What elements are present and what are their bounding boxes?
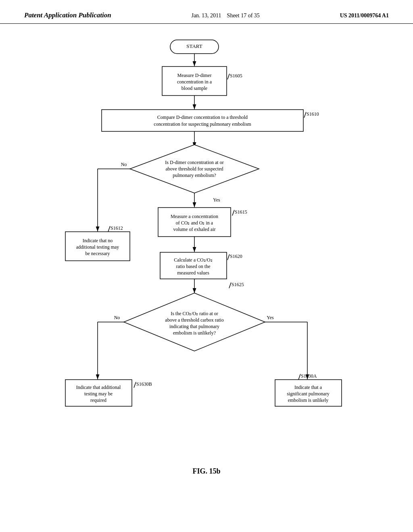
page-header: Patent Application Publication Jan. 13, … bbox=[0, 0, 413, 24]
s1612-step: S1612 bbox=[111, 225, 123, 231]
s1630a-text3: embolism is unlikely bbox=[288, 397, 329, 403]
start-label: START bbox=[186, 43, 202, 49]
s1610-step: S1610 bbox=[307, 111, 319, 117]
s1610-box bbox=[102, 110, 303, 131]
publication-title: Patent Application Publication bbox=[24, 11, 111, 19]
s1610-text1: Compare D-dimer concentration to a thres… bbox=[157, 114, 248, 120]
s1615-text2: of CO₂ and O₂ in a bbox=[176, 220, 213, 226]
s1630b-text3: required bbox=[90, 397, 106, 403]
d1-text2: above threshold for suspected bbox=[166, 166, 223, 172]
flowchart-svg: START Measure D-dimer concentration in a… bbox=[49, 32, 364, 459]
s1615-text1: Measure a concentration bbox=[171, 214, 218, 219]
d1-text3: pulmonary embolism? bbox=[173, 172, 216, 178]
s1612-text3: be necessary bbox=[86, 251, 110, 256]
s1620-slash bbox=[227, 254, 229, 260]
d2-text1: Is the CO₂/O₂ ratio at or bbox=[171, 311, 218, 316]
s1630a-slash bbox=[298, 374, 300, 380]
figure-caption: FIG. 15b bbox=[0, 467, 413, 476]
s1615-step: S1615 bbox=[235, 209, 247, 215]
s1615-slash bbox=[232, 210, 234, 216]
d2-text2: above a threshold carbox ratio bbox=[165, 317, 223, 323]
s1612-slash bbox=[108, 226, 110, 232]
s1630b-text2: testing may be bbox=[84, 391, 113, 397]
d2-text3: indicating that pulmonary bbox=[169, 324, 219, 329]
d1-no-label: No bbox=[121, 162, 127, 167]
patent-number: US 2011/0009764 A1 bbox=[340, 12, 389, 19]
s1630b-text1: Indicate that additional bbox=[76, 384, 121, 390]
s1625-slash bbox=[229, 283, 231, 288]
d1-yes-label: Yes bbox=[213, 197, 220, 203]
s1620-text2: ratio based on the bbox=[176, 264, 211, 269]
s1620-text3: measured values bbox=[177, 270, 209, 276]
s1610-slash bbox=[304, 112, 306, 118]
s1620-text1: Calculate a CO₂/O₂ bbox=[174, 257, 212, 263]
s1612-text1: Indicate that no bbox=[83, 238, 113, 243]
d2-text4: embolism is unlikely? bbox=[173, 330, 216, 336]
s1605-text1: Measure D-dimer bbox=[177, 73, 212, 78]
s1605-slash bbox=[227, 74, 229, 79]
page: Patent Application Publication Jan. 13, … bbox=[0, 0, 413, 532]
s1630a-text1: Indicate that a bbox=[294, 384, 322, 390]
publication-date: Jan. 13, 2011 Sheet 17 of 35 bbox=[191, 12, 259, 19]
flowchart-container: START Measure D-dimer concentration in a… bbox=[0, 24, 413, 463]
s1630a-step: S1630A bbox=[301, 373, 317, 379]
s1612-text2: additional testing may bbox=[76, 244, 119, 250]
s1605-text3: blood sample bbox=[181, 85, 207, 91]
s1615-text3: volume of exhaled air bbox=[173, 227, 216, 232]
s1605-text2: concentration in a bbox=[177, 79, 212, 85]
s1630b-step: S1630B bbox=[136, 381, 152, 387]
d2-yes-label: Yes bbox=[267, 315, 274, 320]
s1625-step: S1625 bbox=[232, 282, 244, 287]
s1630a-text2: significant pulmonary bbox=[287, 391, 330, 397]
d1-text1: Is D-dimer concentration at or bbox=[165, 160, 223, 165]
s1620-step: S1620 bbox=[230, 254, 242, 259]
s1630b-slash bbox=[134, 382, 136, 388]
d2-no-label: No bbox=[114, 315, 120, 320]
s1610-text2: concentration for suspecting pulmonary e… bbox=[154, 121, 251, 127]
s1605-step: S1605 bbox=[230, 73, 242, 79]
